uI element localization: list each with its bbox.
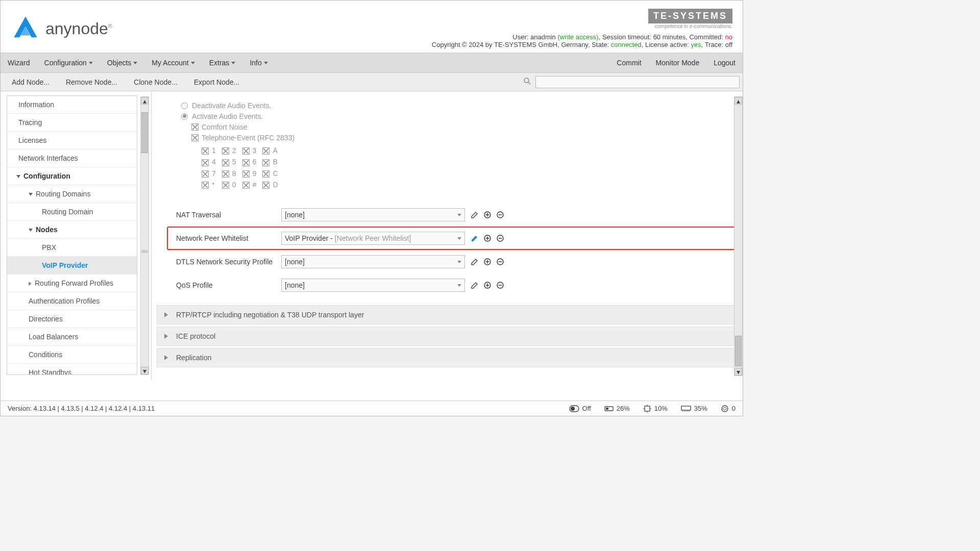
nav-routing-forward-profiles[interactable]: Routing Forward Profiles — [7, 274, 137, 292]
clone-node-button[interactable]: Clone Node... — [126, 78, 186, 86]
add-icon[interactable] — [483, 281, 492, 290]
dtmf-checkbox[interactable] — [262, 182, 270, 189]
section-ice-protocol[interactable]: ICE protocol — [157, 327, 739, 346]
peer-whitelist-select[interactable]: VoIP Provider - [Network Peer Whitelist] — [281, 232, 465, 245]
qos-profile-label: QoS Profile — [176, 281, 281, 289]
remove-icon[interactable] — [496, 234, 505, 243]
dtmf-checkbox[interactable] — [242, 170, 250, 178]
scroll-thumb[interactable] — [735, 336, 742, 366]
nav-hot-standbys[interactable]: Hot Standbys — [7, 364, 137, 375]
nav-conditions[interactable]: Conditions — [7, 346, 137, 364]
comfort-noise-label: Comfort Noise — [202, 123, 247, 131]
search-icon[interactable] — [519, 77, 535, 87]
main-panel: Deactivate Audio Events. Activate Audio … — [152, 91, 743, 380]
dtmf-checkbox[interactable] — [202, 182, 209, 189]
dtmf-checkbox[interactable] — [222, 182, 229, 189]
scroll-up-icon[interactable]: ▴ — [734, 97, 742, 105]
brand-name: anynode — [45, 19, 108, 38]
menu-configuration[interactable]: Configuration — [37, 53, 100, 73]
menu-monitor-mode[interactable]: Monitor Mode — [649, 53, 707, 73]
version-text: Version: 4.13.14 | 4.13.5 | 4.12.4 | 4.1… — [8, 405, 155, 412]
nav-tracing[interactable]: Tracing — [7, 114, 137, 132]
menu-my-account[interactable]: My Account — [144, 53, 202, 73]
edit-icon[interactable] — [470, 234, 479, 243]
nav-licenses[interactable]: Licenses — [7, 132, 137, 149]
chk-comfort-noise[interactable] — [191, 123, 199, 131]
copyright-line: Copyright © 2024 by TE-SYSTEMS GmbH, Ger… — [432, 41, 732, 48]
scroll-down-icon[interactable]: ▾ — [141, 367, 149, 374]
nav-nodes[interactable]: Nodes — [7, 221, 137, 239]
dtmf-checkbox[interactable] — [202, 170, 209, 178]
menu-info[interactable]: Info — [242, 53, 275, 73]
dtmf-checkbox[interactable] — [222, 159, 229, 166]
remove-icon[interactable] — [496, 257, 505, 266]
menu-commit[interactable]: Commit — [609, 53, 648, 73]
dtmf-checkbox[interactable] — [242, 182, 250, 189]
main-menu: Wizard Configuration Objects My Account … — [1, 53, 743, 73]
peer-whitelist-label: Network Peer Whitelist — [176, 234, 281, 242]
scroll-up-icon[interactable]: ▴ — [141, 97, 149, 105]
dtmf-checkbox[interactable] — [222, 170, 229, 178]
remove-icon[interactable] — [496, 281, 505, 290]
export-node-button[interactable]: Export Node... — [186, 78, 248, 86]
anynode-icon — [12, 15, 39, 42]
scroll-thumb[interactable] — [141, 112, 148, 153]
add-icon[interactable] — [483, 234, 492, 243]
nav-directories[interactable]: Directories — [7, 310, 137, 328]
scroll-down-icon[interactable]: ▾ — [734, 368, 742, 375]
expand-right-icon — [164, 355, 168, 360]
remove-node-button[interactable]: Remove Node... — [58, 78, 126, 86]
status-memory: 35% — [681, 405, 707, 412]
row-dtls-profile: DTLS Network Security Profile [none] — [167, 250, 739, 273]
search-input[interactable] — [535, 76, 740, 88]
nav-load-balancers[interactable]: Load Balancers — [7, 328, 137, 346]
nav-routing-domains[interactable]: Routing Domains — [7, 185, 137, 203]
menu-logout[interactable]: Logout — [706, 53, 743, 73]
radio-activate-audio[interactable] — [181, 113, 188, 120]
nav-voip-provider[interactable]: VoIP Provider — [7, 257, 137, 274]
toggle-icon — [569, 405, 579, 412]
remove-icon[interactable] — [496, 210, 505, 219]
partner-tagline: competence in e-communications. — [432, 23, 732, 29]
section-replication[interactable]: Replication — [157, 348, 739, 367]
add-icon[interactable] — [483, 210, 492, 219]
main-scrollbar[interactable]: ▴ ▾ — [734, 96, 743, 376]
radio-deactivate-audio[interactable] — [181, 103, 188, 109]
dtmf-checkbox[interactable] — [262, 159, 270, 166]
nav-configuration[interactable]: Configuration — [7, 167, 137, 185]
status-bar: Version: 4.13.14 | 4.13.5 | 4.12.4 | 4.1… — [1, 400, 743, 416]
edit-icon[interactable] — [470, 281, 479, 290]
status-connections: 0 — [721, 405, 736, 413]
qos-profile-select[interactable]: [none] — [281, 279, 465, 292]
dtmf-checkbox[interactable] — [202, 159, 209, 166]
nav-authentication-profiles[interactable]: Authentication Profiles — [7, 292, 137, 310]
dtmf-checkbox[interactable] — [242, 147, 250, 155]
dtmf-checkbox[interactable] — [262, 170, 270, 178]
node-toolbar: Add Node... Remove Node... Clone Node...… — [1, 73, 743, 91]
menu-objects[interactable]: Objects — [100, 53, 144, 73]
add-icon[interactable] — [483, 257, 492, 266]
dtmf-checkbox[interactable] — [202, 147, 209, 155]
row-network-peer-whitelist: Network Peer Whitelist VoIP Provider - [… — [167, 227, 739, 250]
nav-routing-domain[interactable]: Routing Domain — [7, 203, 137, 221]
chk-telephone-event[interactable] — [191, 134, 199, 141]
dtmf-checkbox[interactable] — [242, 159, 250, 166]
edit-icon[interactable] — [470, 210, 479, 219]
section-rtp-rtcp[interactable]: RTP/RTCP including negotiation & T38 UDP… — [157, 305, 739, 324]
caret-down-icon — [191, 62, 195, 64]
nav-information[interactable]: Information — [7, 96, 137, 114]
nav-pbx[interactable]: PBX — [7, 239, 137, 257]
sidebar-scrollbar[interactable]: ▴ ▾ — [140, 96, 149, 375]
audio-events-section: Deactivate Audio Events. Activate Audio … — [157, 97, 739, 201]
status-off: Off — [569, 405, 591, 412]
dtmf-checkbox[interactable] — [262, 147, 270, 155]
nav-network-interfaces[interactable]: Network Interfaces — [7, 149, 137, 167]
dtmf-checkbox[interactable] — [222, 147, 229, 155]
edit-icon[interactable] — [470, 257, 479, 266]
menu-wizard[interactable]: Wizard — [1, 53, 37, 73]
nat-traversal-select[interactable]: [none] — [281, 208, 465, 221]
dtls-profile-select[interactable]: [none] — [281, 255, 465, 268]
memory-icon — [681, 406, 691, 412]
add-node-button[interactable]: Add Node... — [4, 78, 58, 86]
menu-extras[interactable]: Extras — [202, 53, 243, 73]
